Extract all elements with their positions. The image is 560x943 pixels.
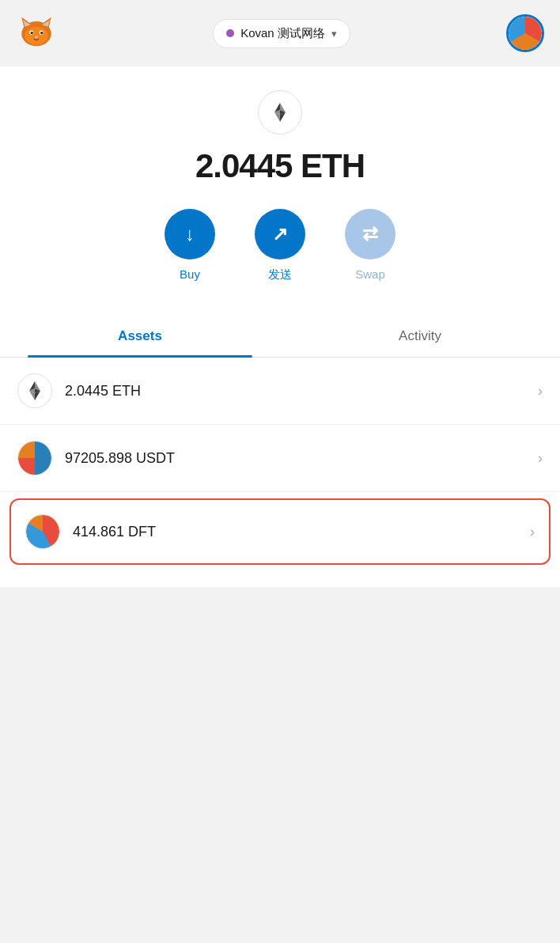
avatar[interactable] — [506, 14, 544, 52]
svg-point-8 — [31, 32, 33, 34]
asset-item-eth[interactable]: 2.0445 ETH › — [0, 358, 560, 425]
asset-list: 2.0445 ETH › 97205.898 USDT › 414.861 DF… — [0, 358, 560, 565]
network-indicator — [226, 29, 234, 37]
eth-icon-circle — [258, 90, 302, 134]
dft-asset-info: 414.861 DFT — [73, 524, 530, 540]
balance-section: 2.0445 ETH ↓ Buy ↗ 发送 ⇄ S — [0, 66, 560, 316]
eth-amount: 2.0445 ETH — [65, 383, 141, 399]
tab-activity[interactable]: Activity — [280, 316, 560, 357]
eth-asset-info: 2.0445 ETH — [65, 383, 538, 400]
dft-amount: 414.861 DFT — [73, 524, 156, 540]
action-buttons: ↓ Buy ↗ 发送 ⇄ Swap — [149, 209, 411, 282]
download-icon: ↓ — [185, 225, 195, 244]
buy-icon-circle: ↓ — [165, 209, 215, 259]
network-selector[interactable]: Kovan 测试网络 ▾ — [213, 19, 350, 48]
buy-button[interactable]: ↓ Buy — [165, 209, 215, 282]
avatar-image — [509, 17, 542, 50]
eth-token-icon — [17, 373, 52, 408]
header: Kovan 测试网络 ▾ — [0, 0, 560, 66]
usdt-asset-info: 97205.898 USDT — [65, 450, 538, 467]
swap-icon-circle: ⇄ — [345, 209, 395, 259]
dft-token-icon — [25, 514, 60, 549]
send-arrow-icon: ↗ — [272, 225, 288, 244]
usdt-token-icon — [17, 441, 52, 475]
send-icon-circle: ↗ — [255, 209, 305, 259]
svg-point-9 — [40, 32, 43, 34]
tabs: Assets Activity — [0, 316, 560, 358]
send-label: 发送 — [268, 267, 292, 282]
chevron-down-icon: ▾ — [331, 28, 337, 40]
usdt-amount: 97205.898 USDT — [65, 450, 175, 466]
main-content: 2.0445 ETH ↓ Buy ↗ 发送 ⇄ S — [0, 66, 560, 587]
swap-arrows-icon: ⇄ — [362, 225, 378, 244]
send-button[interactable]: ↗ 发送 — [255, 209, 305, 282]
buy-label: Buy — [180, 267, 200, 281]
usdt-chevron-right-icon: › — [538, 450, 543, 467]
metamask-logo[interactable] — [16, 11, 57, 55]
balance-amount: 2.0445 ETH — [195, 147, 365, 185]
asset-item-usdt[interactable]: 97205.898 USDT › — [0, 425, 560, 492]
ethereum-icon — [269, 101, 291, 123]
network-name: Kovan 测试网络 — [240, 26, 325, 41]
svg-point-10 — [35, 36, 38, 38]
eth-chevron-right-icon: › — [538, 383, 543, 400]
dft-chevron-right-icon: › — [530, 524, 535, 540]
swap-button[interactable]: ⇄ Swap — [345, 209, 395, 282]
svg-point-5 — [25, 27, 47, 45]
swap-label: Swap — [355, 267, 385, 281]
asset-item-dft[interactable]: 414.861 DFT › — [9, 498, 551, 565]
tab-assets[interactable]: Assets — [0, 316, 280, 357]
